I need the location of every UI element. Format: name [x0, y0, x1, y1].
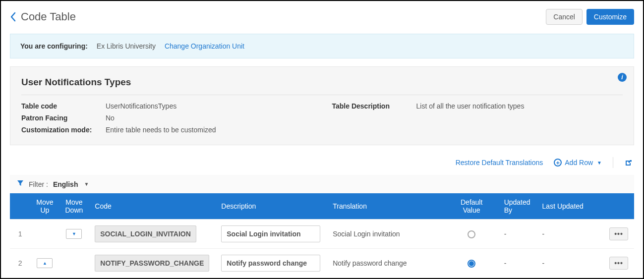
table-description-label: Table Description	[332, 102, 411, 134]
filter-icon	[17, 180, 24, 188]
col-last-updated: Last Updated	[536, 193, 603, 220]
description-input[interactable]: Social Login invitation	[221, 225, 320, 242]
col-move-down: Move Down	[59, 193, 89, 220]
col-code: Code	[89, 193, 215, 220]
row-number: 1	[10, 220, 30, 249]
chevron-down-icon: ▼	[84, 181, 89, 187]
table-row: 2▲NOTIFY_PASSWORD_CHANGENotify password …	[10, 249, 634, 278]
table-row: 1▼SOCIAL_LOGIN_INVITAIONSocial Login inv…	[10, 220, 634, 249]
translation-value: Notify password change	[327, 249, 445, 278]
cancel-button[interactable]: Cancel	[546, 9, 583, 25]
filter-label: Filter :	[29, 180, 48, 188]
customize-button[interactable]: Customize	[586, 9, 634, 25]
default-radio[interactable]	[468, 230, 475, 238]
plus-icon: +	[554, 159, 562, 167]
code-value: NOTIFY_PASSWORD_CHANGE	[95, 255, 209, 272]
chevron-down-icon: ▼	[597, 160, 602, 166]
patron-facing-label: Patron Facing	[21, 114, 101, 122]
filter-value: English	[53, 180, 78, 188]
divider	[613, 157, 613, 168]
col-move-up: Move Up	[30, 193, 59, 220]
table-code-value: UserNotificationsTypes	[106, 102, 312, 110]
last-updated-value: -	[536, 220, 603, 249]
config-label: You are configuring:	[20, 42, 88, 50]
row-number: 2	[10, 249, 30, 278]
panel-title: User Notifications Types	[21, 77, 623, 88]
config-org-name: Ex Libris University	[97, 42, 156, 50]
default-radio[interactable]	[468, 260, 475, 268]
export-button[interactable]	[624, 159, 631, 166]
add-row-button[interactable]: + Add Row ▼	[554, 159, 602, 167]
col-description: Description	[215, 193, 327, 220]
table-code-label: Table code	[21, 102, 101, 110]
last-updated-value: -	[536, 249, 603, 278]
description-input[interactable]: Notify password change	[221, 255, 320, 272]
config-bar: You are configuring: Ex Libris Universit…	[10, 34, 634, 58]
move-up-button[interactable]: ▲	[37, 258, 53, 268]
table-description-value: List of all the user notification types	[416, 102, 623, 134]
col-updated-by: Updated By	[498, 193, 536, 220]
restore-translations-link[interactable]: Restore Default Translations	[456, 159, 543, 167]
add-row-label: Add Row	[565, 159, 593, 167]
updated-by-value: -	[498, 220, 536, 249]
export-icon	[624, 159, 631, 166]
back-chevron-icon[interactable]	[10, 12, 17, 22]
customization-mode-label: Customization mode:	[21, 126, 101, 134]
row-actions-button[interactable]: •••	[609, 227, 628, 240]
col-translation: Translation	[327, 193, 445, 220]
move-down-button[interactable]: ▼	[66, 229, 82, 239]
patron-facing-value: No	[106, 114, 312, 122]
filter-row[interactable]: Filter : English ▼	[10, 175, 634, 193]
page-title: Code Table	[21, 10, 546, 23]
customization-mode-value: Entire table needs to be customized	[106, 126, 312, 134]
details-panel: i User Notifications Types Table code Us…	[10, 66, 634, 145]
code-table: Move Up Move Down Code Description Trans…	[10, 193, 634, 278]
updated-by-value: -	[498, 249, 536, 278]
row-actions-button[interactable]: •••	[609, 257, 628, 270]
translation-value: Social Login invitation	[327, 220, 445, 249]
code-value: SOCIAL_LOGIN_INVITAION	[95, 225, 196, 242]
info-icon[interactable]: i	[618, 73, 627, 82]
col-default-value: Default Value	[445, 193, 498, 220]
change-org-link[interactable]: Change Organization Unit	[165, 42, 244, 50]
